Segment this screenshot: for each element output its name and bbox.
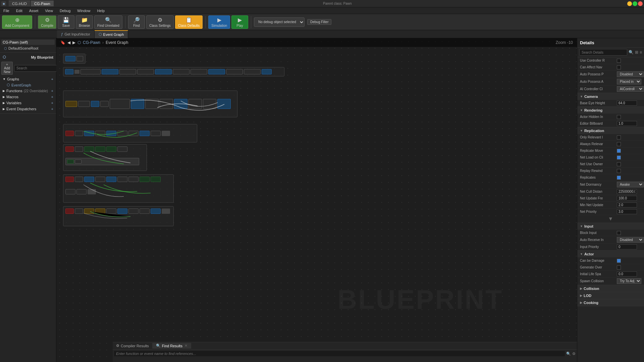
nav-forward-icon[interactable]: ▶ (72, 40, 75, 45)
select-auto-possess-a[interactable]: Placed in World (617, 79, 641, 84)
search-input[interactable] (14, 65, 61, 72)
details-search-icon[interactable]: 🔍 (629, 50, 634, 55)
dispatchers-add-icon[interactable]: + (51, 107, 53, 111)
cooking-header[interactable]: ▶ Cooking (577, 299, 644, 306)
menu-help[interactable]: Help (96, 8, 106, 13)
compile-button[interactable]: ⚙ Compile (38, 15, 56, 29)
input-net-update-freq[interactable] (617, 196, 637, 201)
details-grid-icon[interactable]: ⊞ (635, 50, 638, 55)
lod-header[interactable]: ▶ LOD (577, 292, 644, 299)
cb-can-damage[interactable] (617, 259, 621, 263)
camera-header[interactable]: ▼ Camera (577, 93, 644, 100)
select-net-dormancy[interactable]: Awake (617, 182, 644, 187)
tab-compiler-results[interactable]: ⚙ Compiler Results (113, 343, 153, 349)
tab-cg-pawn[interactable]: CG-Pawn (31, 1, 54, 6)
tab-get-input-vector[interactable]: ƒ Get InputVector (57, 30, 95, 38)
minimize-button[interactable] (627, 1, 632, 6)
section-graphs[interactable]: ▼ Graphs + (1, 76, 55, 82)
lod-arrow: ▶ (580, 294, 582, 297)
graph-icon-2: ⬡ (99, 32, 102, 37)
section-functions[interactable]: ▶ Functions (22 Overridable) + (1, 88, 55, 94)
input-min-net-update[interactable] (617, 202, 637, 207)
details-search-input[interactable] (579, 49, 627, 56)
replication-header[interactable]: ▼ Replication (577, 127, 644, 134)
input-input-priority[interactable] (617, 244, 637, 249)
functions-add-icon[interactable]: + (51, 89, 53, 93)
graph-canvas[interactable]: 🔖 ◀ ▶ ⬡ CG-Pawn › Event Graph Zoom -10 (56, 38, 577, 362)
actor-header[interactable]: ▼ Actor (577, 251, 644, 257)
cb-net-load-cli[interactable] (617, 156, 621, 160)
breadcrumb-root[interactable]: CG-Pawn (83, 40, 100, 45)
menu-debug[interactable]: Debug (58, 8, 72, 13)
find-search-icon[interactable]: 🔍 (566, 352, 571, 356)
cluster-6 (63, 174, 174, 203)
find-settings-icon[interactable]: ⚙ (572, 352, 576, 356)
details-list-icon[interactable]: ≡ (640, 50, 642, 55)
nav-back-icon[interactable]: ◀ (67, 40, 70, 45)
cb-always-relevant[interactable] (617, 142, 621, 146)
tab-event-graph[interactable]: ⬡ Event Graph (95, 30, 128, 38)
variables-add-icon[interactable]: + (51, 101, 53, 105)
section-variables[interactable]: ▶ Variables + (1, 100, 55, 106)
cb-replicate-move[interactable] (617, 149, 621, 153)
find-results-input[interactable] (114, 351, 565, 356)
graphs-add-icon[interactable]: + (51, 77, 53, 81)
macros-add-icon[interactable]: + (51, 95, 53, 99)
checkbox-can-affect-nav[interactable] (617, 65, 621, 69)
add-new-button[interactable]: + Add New (1, 62, 13, 75)
event-graph-item[interactable]: ⬡ EventGraph (1, 82, 55, 88)
row-net-dormancy: Net Dormancy Awake (577, 181, 644, 188)
cb-replicates[interactable] (617, 176, 621, 180)
cb-generate-overlap[interactable] (617, 265, 621, 269)
row-block-input: Block Input (577, 230, 644, 236)
input-net-cull-dist[interactable] (617, 189, 637, 194)
tab-cg-hud[interactable]: CG-HUD (9, 1, 30, 6)
section-event-dispatchers[interactable]: ▶ Event Dispatchers + (1, 106, 55, 112)
row-net-use-owner: Net Use Owner (577, 161, 644, 168)
select-spawn-collision[interactable]: Try To Adjust Locatio... (617, 278, 641, 284)
row-initial-life-span: Initial Life Spa (577, 271, 644, 278)
find-results-close[interactable]: ✕ (184, 344, 187, 348)
maximize-button[interactable] (633, 1, 637, 6)
replication-expand[interactable]: ▼ (577, 215, 644, 223)
checkbox-use-controller[interactable] (617, 59, 621, 63)
class-settings-button[interactable]: ⚙ Class Settings (146, 15, 174, 29)
collision-header[interactable]: ▶ Collision (577, 285, 644, 292)
row-auto-receive-input: Auto Receive In Disabled (577, 236, 644, 244)
select-auto-possess-p[interactable]: Disabled (617, 71, 644, 77)
checkbox-actor-hidden[interactable] (617, 115, 621, 119)
input-header[interactable]: ▼ Input (577, 223, 644, 230)
input-editor-billboard[interactable] (617, 121, 637, 126)
menu-view[interactable]: View (44, 8, 54, 13)
tab-find-results[interactable]: 🔍 Find Results ✕ (153, 343, 191, 349)
cb-block-input[interactable] (617, 231, 621, 235)
class-defaults-button[interactable]: 📋 Class Defaults (175, 15, 203, 29)
row-min-net-update: Min Net Update (577, 202, 644, 208)
bookmark-icon[interactable]: 🔖 (60, 40, 65, 45)
menu-asset[interactable]: Asset (28, 8, 40, 13)
rendering-header[interactable]: ▼ Rendering (577, 107, 644, 114)
menu-file[interactable]: File (2, 8, 11, 13)
cb-only-relevant[interactable] (617, 135, 621, 139)
browse-button[interactable]: 📁 Browse (76, 15, 93, 29)
debug-object-select[interactable]: No debug object selected (254, 17, 305, 27)
find-unrelated-button[interactable]: 🔍 Find Unrelated (94, 15, 122, 29)
close-button[interactable] (638, 1, 643, 6)
save-button[interactable]: 💾 Save (58, 15, 74, 29)
simulation-button[interactable]: ▶ Simulation (208, 15, 230, 29)
section-macros[interactable]: ▶ Macros + (1, 94, 55, 100)
play-button[interactable]: ▶ Play (231, 15, 248, 29)
add-component-button[interactable]: ⊕ Add Component (2, 15, 32, 29)
select-auto-receive-input[interactable]: Disabled (617, 237, 644, 243)
menu-edit[interactable]: Edit (15, 8, 24, 13)
find-button[interactable]: 🔎 Find (128, 15, 145, 29)
cb-replay-rewind[interactable] (617, 169, 621, 173)
menu-window[interactable]: Window (76, 8, 92, 13)
cb-net-use-owner[interactable] (617, 162, 621, 166)
input-net-priority[interactable] (617, 209, 637, 214)
component-item-scene-root[interactable]: ⬡ DefaultSceneRoot (1, 46, 55, 51)
input-base-eye-height[interactable] (617, 101, 637, 106)
select-ai-controller[interactable]: AIControll (617, 86, 644, 92)
input-initial-life-span[interactable] (617, 272, 637, 277)
debug-filter-button[interactable]: Debug Filter (307, 19, 331, 25)
